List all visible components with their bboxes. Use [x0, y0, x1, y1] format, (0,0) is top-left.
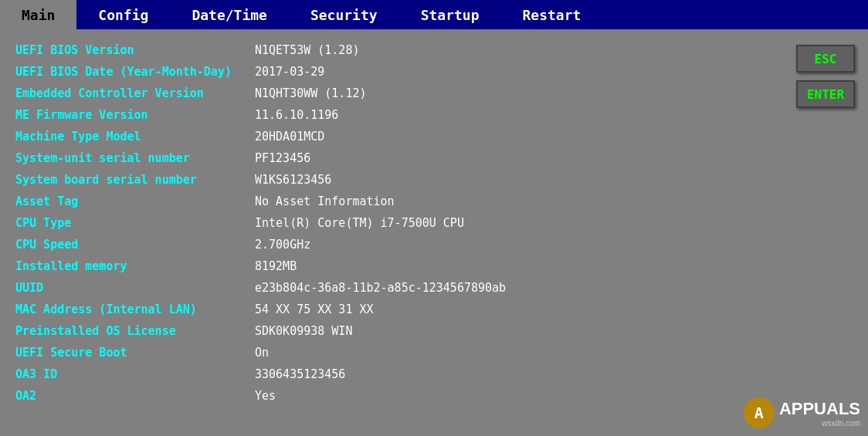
info-row: Preinstalled OS LicenseSDK0K09938 WIN [15, 324, 768, 344]
info-label: System board serial number [15, 173, 255, 187]
nav-bar: MainConfigDate/TimeSecurityStartupRestar… [0, 0, 868, 29]
info-value: N1QHT30WW (1.12) [255, 86, 367, 100]
info-value: 8192MB [255, 259, 297, 273]
enter-button[interactable]: ENTER [796, 80, 855, 108]
info-value: Intel(R) Core(TM) i7-7500U CPU [255, 216, 464, 230]
info-row: System-unit serial numberPF123456 [15, 151, 768, 171]
info-row: ME Firmware Version11.6.10.1196 [15, 108, 768, 128]
info-label: Preinstalled OS License [15, 324, 255, 338]
info-row: UEFI BIOS Date (Year-Month-Day)2017-03-2… [15, 65, 768, 85]
nav-tab-config[interactable]: Config [76, 0, 170, 29]
logo-area: A APPUALS wsxdn.com [744, 397, 860, 428]
logo-brand: APPUALS [779, 399, 860, 419]
info-label: OA2 [15, 389, 255, 403]
main-content: UEFI BIOS VersionN1QET53W (1.28)UEFI BIO… [0, 29, 868, 436]
info-row: OA2Yes [15, 389, 768, 409]
info-label: Asset Tag [15, 194, 255, 208]
info-value: On [255, 346, 269, 360]
info-row: Asset TagNo Asset Information [15, 194, 768, 215]
info-row: Embedded Controller VersionN1QHT30WW (1.… [15, 86, 768, 106]
info-row: System board serial numberW1KS6123456 [15, 173, 768, 193]
info-row: UUIDe23b804c-36a8-11b2-a85c-1234567890ab [15, 281, 768, 301]
info-row: Machine Type Model20HDA01MCD [15, 130, 768, 150]
info-label: UEFI BIOS Version [15, 43, 255, 57]
info-label: OA3 ID [15, 367, 255, 381]
info-row: UEFI Secure BootOn [15, 346, 768, 366]
info-row: CPU TypeIntel(R) Core(TM) i7-7500U CPU [15, 216, 768, 236]
info-value: N1QET53W (1.28) [255, 43, 359, 57]
info-row: OA3 ID3306435123456 [15, 367, 768, 387]
info-table: UEFI BIOS VersionN1QET53W (1.28)UEFI BIO… [0, 37, 783, 428]
info-value: 3306435123456 [255, 367, 345, 381]
info-value: 2017-03-29 [255, 65, 324, 79]
logo-icon: A [744, 397, 775, 428]
info-value: 11.6.10.1196 [255, 108, 338, 122]
info-label: CPU Speed [15, 238, 255, 252]
info-row: MAC Address (Internal LAN)54 XX 75 XX 31… [15, 302, 768, 323]
info-value: W1KS6123456 [255, 173, 331, 187]
info-label: UEFI Secure Boot [15, 346, 255, 360]
info-row: Installed memory8192MB [15, 259, 768, 279]
info-row: CPU Speed2.700GHz [15, 238, 768, 258]
info-value: PF123456 [255, 151, 310, 165]
info-value: Yes [255, 389, 276, 403]
info-value: 2.700GHz [255, 238, 310, 252]
info-label: Embedded Controller Version [15, 86, 255, 100]
info-label: UUID [15, 281, 255, 295]
info-label: MAC Address (Internal LAN) [15, 302, 255, 316]
side-buttons: ESC ENTER [783, 37, 868, 428]
info-value: e23b804c-36a8-11b2-a85c-1234567890ab [255, 281, 506, 295]
info-label: ME Firmware Version [15, 108, 255, 122]
info-label: UEFI BIOS Date (Year-Month-Day) [15, 65, 255, 79]
info-label: System-unit serial number [15, 151, 255, 165]
nav-tab-security[interactable]: Security [289, 0, 399, 29]
info-row: UEFI BIOS VersionN1QET53W (1.28) [15, 43, 768, 63]
info-label: CPU Type [15, 216, 255, 230]
info-value: 54 XX 75 XX 31 XX [255, 302, 374, 316]
nav-tab-main[interactable]: Main [0, 0, 76, 29]
info-value: No Asset Information [255, 194, 395, 208]
info-label: Installed memory [15, 259, 255, 273]
info-label: Machine Type Model [15, 130, 255, 144]
info-value: SDK0K09938 WIN [255, 324, 352, 338]
nav-tab-restart[interactable]: Restart [501, 0, 603, 29]
nav-tab-datetime[interactable]: Date/Time [170, 0, 289, 29]
nav-tab-startup[interactable]: Startup [399, 0, 501, 29]
esc-button[interactable]: ESC [796, 45, 855, 73]
logo-sub: wsxdn.com [779, 419, 860, 428]
info-value: 20HDA01MCD [255, 130, 324, 144]
